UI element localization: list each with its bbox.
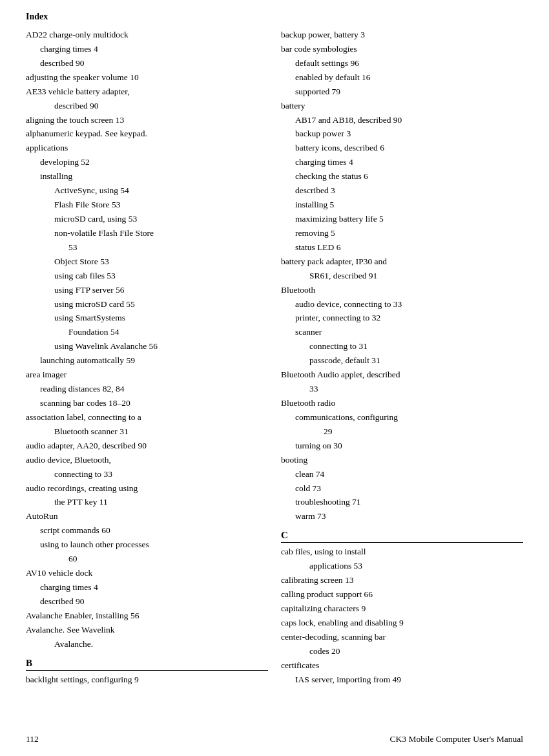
index-entry: using FTP server 56 xyxy=(26,284,268,297)
index-entry: IAS server, importing from 49 xyxy=(281,673,523,687)
entry-text: described 3 xyxy=(281,184,523,198)
entry-text: Bluetooth Audio applet, described xyxy=(281,368,523,382)
entry-text: using microSD card 55 xyxy=(26,298,268,311)
index-entry: Bluetooth Audio applet, described xyxy=(281,368,523,382)
entry-text: Avalanche. xyxy=(26,638,268,651)
entry-text: battery pack adapter, IP30 and xyxy=(281,255,523,269)
entry-text: AE33 vehicle battery adapter, xyxy=(26,85,268,99)
entry-text: battery xyxy=(281,100,523,113)
index-entry: audio recordings, creating using xyxy=(26,482,268,496)
entry-text: applications 53 xyxy=(281,560,523,573)
entry-text: certificates xyxy=(281,659,523,673)
entry-text: 33 xyxy=(281,383,523,396)
entry-text: Avalanche Enabler, installing 56 xyxy=(26,609,268,623)
index-entry: Avalanche. xyxy=(26,638,268,651)
entry-text: troubleshooting 71 xyxy=(281,496,523,509)
index-entry: scanning bar codes 18–20 xyxy=(26,397,268,410)
entry-text: cab files, using to install xyxy=(281,545,523,559)
page-header: Index xyxy=(0,0,549,25)
section-divider xyxy=(26,670,268,671)
entry-text: scanner xyxy=(281,326,523,339)
index-entry: passcode, default 31 xyxy=(281,354,523,368)
index-entry: using to launch other processes xyxy=(26,538,268,552)
entry-text: calibrating screen 13 xyxy=(281,574,523,587)
entry-text: connecting to 31 xyxy=(281,340,523,353)
entry-text: described 90 xyxy=(26,100,268,113)
entry-text: AV10 vehicle dock xyxy=(26,567,268,580)
index-entry: 53 xyxy=(26,241,268,255)
index-entry: connecting to 31 xyxy=(281,340,523,353)
entry-text: 53 xyxy=(26,241,268,255)
footer-book-title: CK3 Mobile Computer User's Manual xyxy=(390,734,523,744)
entry-text: using to launch other processes xyxy=(26,538,268,552)
entry-text: non-volatile Flash File Store xyxy=(26,227,268,240)
entry-text: using SmartSystems xyxy=(26,311,268,325)
entry-text: adjusting the speaker volume 10 xyxy=(26,71,268,85)
entry-text: 60 xyxy=(26,552,268,566)
entry-text: printer, connecting to 32 xyxy=(281,311,523,325)
index-entry: the PTT key 11 xyxy=(26,496,268,509)
index-entry: described 90 xyxy=(26,100,268,113)
entry-text: Avalanche. See Wavelink xyxy=(26,624,268,637)
index-entry: charging times 4 xyxy=(281,156,523,169)
index-entry: calibrating screen 13 xyxy=(281,574,523,587)
entry-text: described 90 xyxy=(26,57,268,70)
index-entry: audio device, connecting to 33 xyxy=(281,298,523,311)
index-entry: non-volatile Flash File Store xyxy=(26,227,268,240)
entry-text: launching automatically 59 xyxy=(26,354,268,368)
entry-text: charging times 4 xyxy=(26,581,268,594)
entry-text: backup power 3 xyxy=(281,127,523,141)
index-entry: maximizing battery life 5 xyxy=(281,213,523,226)
index-entry: connecting to 33 xyxy=(26,468,268,481)
index-entry: certificates xyxy=(281,659,523,673)
entry-text: alphanumeric keypad. See keypad. xyxy=(26,127,268,141)
entry-text: AB17 and AB18, described 90 xyxy=(281,114,523,127)
entry-text: installing 5 xyxy=(281,198,523,212)
index-entry: charging times 4 xyxy=(26,581,268,594)
entry-text: 29 xyxy=(281,425,523,439)
index-entry: Bluetooth radio xyxy=(281,397,523,410)
entry-text: aligning the touch screen 13 xyxy=(26,114,268,127)
index-entry: reading distances 82, 84 xyxy=(26,383,268,396)
index-entry: using Wavelink Avalanche 56 xyxy=(26,340,268,353)
footer-page-number: 112 xyxy=(26,734,39,744)
index-entry: Flash File Store 53 xyxy=(26,198,268,212)
index-entry: installing 5 xyxy=(281,198,523,212)
index-entry: described 3 xyxy=(281,184,523,198)
entry-text: warm 73 xyxy=(281,510,523,523)
index-entry: Bluetooth xyxy=(281,284,523,297)
index-entry: cab files, using to install xyxy=(281,545,523,559)
index-entry: default settings 96 xyxy=(281,57,523,70)
index-entry: applications 53 xyxy=(281,560,523,573)
entry-text: using FTP server 56 xyxy=(26,284,268,297)
index-entry: calling product support 66 xyxy=(281,588,523,602)
entry-text: audio adapter, AA20, described 90 xyxy=(26,439,268,453)
index-entry: described 90 xyxy=(26,57,268,70)
page-footer: 112 CK3 Mobile Computer User's Manual xyxy=(0,734,549,744)
entry-text: microSD card, using 53 xyxy=(26,213,268,226)
index-entry: 29 xyxy=(281,425,523,439)
index-entry: association label, connecting to a xyxy=(26,411,268,425)
index-entry: Avalanche. See Wavelink xyxy=(26,624,268,637)
entry-text: cold 73 xyxy=(281,482,523,496)
entry-text: default settings 96 xyxy=(281,57,523,70)
index-entry: enabled by default 16 xyxy=(281,71,523,85)
index-entry: using cab files 53 xyxy=(26,269,268,283)
entry-text: caps lock, enabling and disabling 9 xyxy=(281,616,523,630)
entry-text: Bluetooth radio xyxy=(281,397,523,410)
entry-text: using Wavelink Avalanche 56 xyxy=(26,340,268,353)
entry-text: capitalizing characters 9 xyxy=(281,602,523,616)
entry-text: developing 52 xyxy=(26,156,268,169)
index-entry: audio adapter, AA20, described 90 xyxy=(26,439,268,453)
entry-text: AD22 charge-only multidock xyxy=(26,28,268,42)
entry-text: applications xyxy=(26,142,268,155)
entry-text: reading distances 82, 84 xyxy=(26,383,268,396)
index-entry: described 90 xyxy=(26,595,268,609)
index-entry: clean 74 xyxy=(281,468,523,481)
index-entry: area imager xyxy=(26,368,268,382)
entry-text: Foundation 54 xyxy=(26,326,268,339)
entry-text: codes 20 xyxy=(281,645,523,658)
entry-text: Object Store 53 xyxy=(26,255,268,269)
entry-text: Bluetooth scanner 31 xyxy=(26,425,268,439)
entry-text: script commands 60 xyxy=(26,524,268,538)
